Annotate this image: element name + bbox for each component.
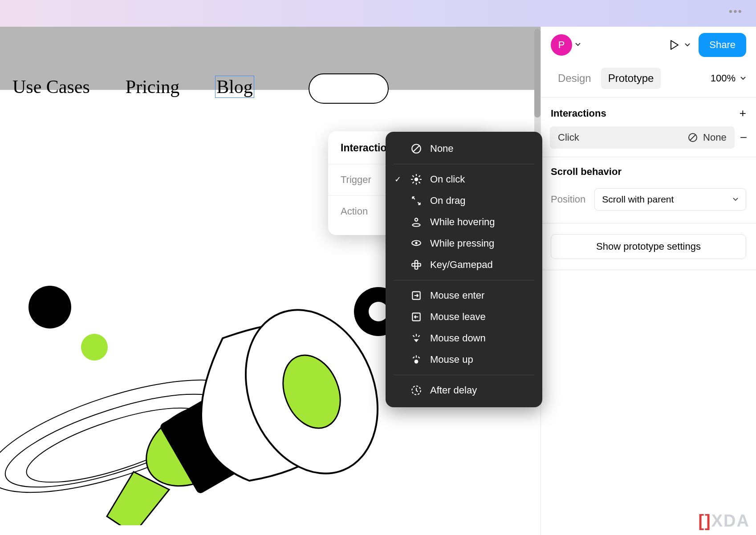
svg-line-23 [412, 175, 414, 177]
trigger-option-mouse-enter[interactable]: Mouse enter [386, 285, 542, 306]
menu-label: While hovering [430, 216, 495, 228]
menu-label: On drag [430, 195, 466, 207]
trigger-option-mouse-leave[interactable]: Mouse leave [386, 306, 542, 328]
position-value: Scroll with parent [602, 194, 674, 205]
trigger-option-none[interactable]: None [386, 138, 542, 159]
tab-design[interactable]: Design [551, 68, 598, 89]
menu-label: Mouse leave [430, 311, 486, 323]
canvas-nav: Use Cases Pricing Blog [12, 76, 254, 98]
menu-label: On click [430, 174, 465, 185]
avatar-chevron-icon[interactable] [575, 41, 581, 49]
none-icon [411, 143, 422, 154]
menu-label: Mouse down [430, 332, 486, 344]
svg-rect-31 [415, 260, 418, 263]
trigger-menu: None ✓ On click On drag While hovering W… [386, 132, 542, 407]
trigger-option-while-hovering[interactable]: While hovering [386, 211, 542, 233]
tabs-row: Design Prototype 100% [541, 63, 756, 97]
scroll-position-row: Position Scroll with parent [541, 184, 756, 215]
delay-icon [411, 385, 422, 396]
play-icon [668, 39, 680, 51]
more-icon[interactable]: ••• [729, 5, 743, 18]
svg-point-40 [415, 360, 419, 364]
interaction-row: Click None − [550, 126, 747, 149]
nav-blog-selected[interactable]: Blog [215, 76, 254, 98]
interaction-trigger: Click [558, 132, 579, 143]
menu-label: Mouse enter [430, 290, 484, 301]
interaction-action: None [703, 132, 727, 143]
chevron-down-icon [684, 42, 691, 48]
trigger-option-key-gamepad[interactable]: Key/Gamepad [386, 254, 542, 276]
menu-label: After delay [430, 385, 477, 396]
chevron-down-icon [732, 196, 739, 203]
trigger-option-on-drag[interactable]: On drag [386, 190, 542, 211]
svg-point-28 [412, 223, 420, 227]
svg-line-24 [419, 182, 420, 183]
mouse-leave-icon [411, 311, 422, 323]
svg-point-3 [28, 286, 71, 328]
svg-line-17 [413, 145, 419, 152]
gamepad-icon [411, 259, 422, 271]
mouse-up-icon [411, 354, 422, 365]
zoom-control[interactable]: 100% [711, 73, 746, 84]
drag-icon [411, 195, 422, 207]
nav-pricing[interactable]: Pricing [126, 76, 179, 97]
svg-point-30 [415, 242, 417, 244]
svg-point-18 [415, 178, 419, 182]
menu-label: None [430, 143, 454, 154]
user-avatar[interactable]: P [551, 34, 572, 56]
xda-watermark: []XDA [698, 511, 750, 531]
window-titlebar: ••• [0, 0, 756, 27]
inspector-panel: P Share Design Prototype 100% Interactio… [541, 27, 756, 535]
position-select[interactable]: Scroll with parent [594, 188, 746, 211]
trigger-option-while-pressing[interactable]: While pressing [386, 233, 542, 254]
trigger-option-mouse-up[interactable]: Mouse up [386, 349, 542, 370]
nav-use-cases[interactable]: Use Cases [12, 76, 90, 97]
show-prototype-settings-button[interactable]: Show prototype settings [551, 234, 746, 259]
mouse-enter-icon [411, 290, 422, 301]
tab-prototype[interactable]: Prototype [601, 68, 661, 89]
interactions-header: Interactions + [541, 97, 756, 126]
menu-label: While pressing [430, 238, 494, 249]
press-icon [411, 238, 422, 249]
scroll-behavior-title: Scroll behavior [551, 166, 622, 178]
svg-line-37 [413, 336, 414, 337]
position-label: Position [551, 194, 585, 205]
mouse-down-icon [411, 332, 422, 344]
hover-icon [411, 216, 422, 228]
svg-point-4 [81, 334, 108, 361]
interactions-title: Interactions [551, 108, 606, 119]
chevron-down-icon [740, 75, 746, 81]
svg-rect-32 [415, 266, 418, 269]
trigger-option-after-delay[interactable]: After delay [386, 380, 542, 401]
svg-rect-34 [418, 263, 421, 267]
share-button[interactable]: Share [699, 33, 746, 57]
megaphone-illustration [0, 249, 401, 525]
add-interaction-button[interactable]: + [740, 106, 746, 120]
panel-header: P Share [541, 27, 756, 63]
menu-label: Key/Gamepad [430, 259, 493, 271]
svg-line-15 [690, 135, 695, 140]
svg-line-38 [418, 336, 419, 337]
trigger-option-mouse-down[interactable]: Mouse down [386, 328, 542, 349]
menu-label: Mouse up [430, 354, 473, 365]
svg-line-41 [413, 357, 414, 358]
svg-point-27 [415, 218, 418, 221]
remove-interaction-button[interactable]: − [740, 130, 747, 145]
trigger-option-on-click[interactable]: ✓ On click [386, 169, 542, 190]
svg-rect-33 [412, 263, 415, 267]
interaction-pill[interactable]: Click None [550, 126, 735, 149]
click-icon [411, 174, 422, 185]
check-icon: ✓ [394, 174, 401, 184]
svg-line-26 [419, 175, 420, 177]
nav-rounded-button[interactable] [309, 73, 389, 104]
play-button[interactable] [668, 39, 691, 51]
scrollbar-thumb[interactable] [534, 28, 541, 118]
zoom-value: 100% [711, 73, 736, 84]
none-icon [688, 133, 698, 142]
svg-line-25 [412, 182, 414, 183]
scroll-behavior-header: Scroll behavior [541, 157, 756, 184]
svg-line-42 [418, 357, 419, 358]
